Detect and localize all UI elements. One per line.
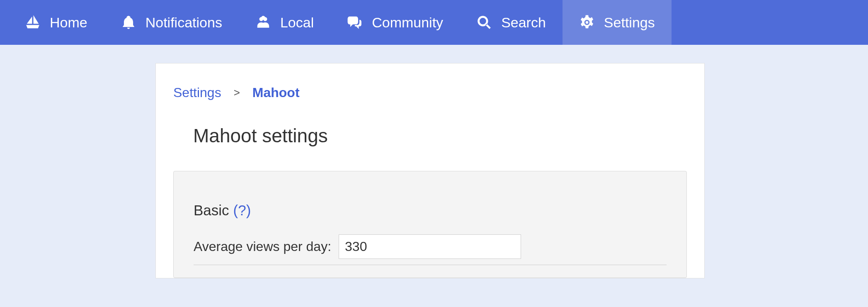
nav-local[interactable]: Local	[239, 0, 330, 45]
average-views-input[interactable]	[339, 234, 521, 259]
search-icon	[476, 15, 492, 30]
help-link[interactable]: (?)	[233, 202, 251, 219]
nav-search[interactable]: Search	[460, 0, 563, 45]
settings-panel: Settings > Mahoot Mahoot settings Basic …	[155, 63, 705, 278]
breadcrumb-current: Mahoot	[252, 85, 300, 100]
navbar: Home Notifications Local Community Searc…	[0, 0, 868, 45]
field-label-average-views: Average views per day:	[194, 239, 331, 254]
users-icon	[255, 15, 271, 30]
nav-home[interactable]: Home	[8, 0, 104, 45]
nav-home-label: Home	[50, 15, 87, 31]
content-area: Settings > Mahoot Mahoot settings Basic …	[0, 45, 868, 278]
sailboat-icon	[25, 15, 41, 30]
field-row-average-views: Average views per day:	[194, 234, 667, 259]
section-heading: Basic (?)	[194, 202, 667, 219]
nav-local-label: Local	[280, 15, 314, 31]
bell-icon	[121, 15, 136, 30]
divider	[194, 265, 667, 265]
nav-notifications-label: Notifications	[145, 15, 222, 31]
breadcrumb-root[interactable]: Settings	[173, 85, 221, 100]
nav-community-label: Community	[372, 15, 443, 31]
section-heading-text: Basic	[194, 202, 229, 219]
nav-notifications[interactable]: Notifications	[104, 0, 239, 45]
breadcrumb: Settings > Mahoot	[173, 85, 687, 100]
nav-settings-label: Settings	[604, 15, 655, 31]
comments-icon	[347, 15, 363, 30]
nav-community[interactable]: Community	[330, 0, 460, 45]
nav-settings[interactable]: Settings	[563, 0, 672, 45]
nav-search-label: Search	[501, 15, 546, 31]
gear-icon	[579, 15, 595, 30]
settings-section-basic: Basic (?) Average views per day:	[173, 171, 687, 278]
breadcrumb-separator: >	[234, 86, 240, 99]
page-title: Mahoot settings	[193, 124, 687, 147]
